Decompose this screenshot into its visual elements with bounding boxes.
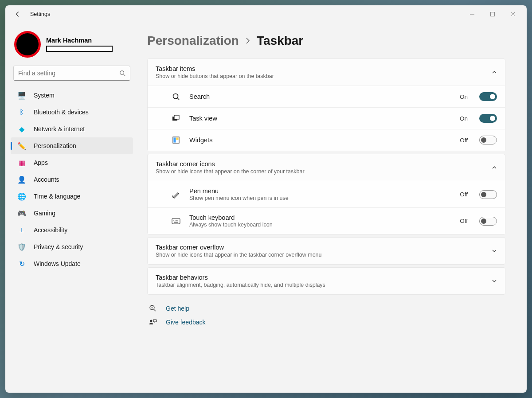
nav-label: Accessibility [34, 226, 67, 234]
section-subtitle: Show or hide icons that appear on the co… [156, 168, 492, 175]
profile-email-redacted [46, 46, 113, 52]
svg-point-1 [120, 71, 124, 75]
search-icon [172, 92, 180, 101]
row-subtitle: Show pen menu icon when pen is in use [189, 195, 451, 201]
nav-label: Time & language [34, 193, 80, 200]
widgets-icon [172, 136, 180, 144]
section-title: Taskbar items [156, 65, 492, 72]
toggle-task-view[interactable] [479, 114, 497, 123]
profile-block[interactable]: Mark Hachman [9, 27, 135, 66]
feedback-icon [149, 319, 157, 326]
section-subtitle: Taskbar alignment, badging, automaticall… [156, 282, 492, 288]
toggle-pen-menu[interactable] [479, 190, 497, 199]
search-box[interactable] [13, 66, 130, 81]
nav-label: Personalization [34, 142, 76, 149]
svg-point-12 [177, 220, 178, 221]
row-label: Pen menu [189, 187, 451, 195]
accounts-icon: 👤 [18, 176, 26, 183]
svg-rect-0 [491, 12, 495, 16]
section-subtitle: Show or hide icons that appear in the ta… [156, 252, 492, 258]
nav-label: Gaming [34, 210, 55, 217]
nav-item-privacy[interactable]: 🛡️Privacy & security [11, 238, 133, 255]
task-view-icon [172, 114, 180, 123]
nav-item-personalization[interactable]: ✏️Personalization [11, 137, 133, 154]
nav-label: Accounts [34, 176, 59, 183]
keyboard-icon [172, 217, 180, 226]
accessibility-icon: ⟂ [18, 226, 26, 234]
nav-item-system[interactable]: 🖥️System [11, 87, 133, 104]
section-header-overflow[interactable]: Taskbar corner overflow Show or hide ico… [148, 238, 505, 264]
section-corner-overflow: Taskbar corner overflow Show or hide ico… [147, 237, 505, 265]
toggle-touch-keyboard[interactable] [479, 217, 497, 226]
section-title: Taskbar corner overflow [156, 244, 492, 251]
breadcrumb-current: Taskbar [257, 34, 303, 48]
nav-label: Bluetooth & devices [34, 109, 89, 116]
chevron-up-icon [492, 165, 497, 170]
toggle-state: On [460, 94, 468, 100]
search-input[interactable] [18, 70, 119, 77]
gaming-icon: 🎮 [18, 209, 26, 217]
nav-label: Privacy & security [34, 243, 83, 250]
network-icon: ◆ [18, 125, 26, 133]
footer-links: ? Get help Give feedback [147, 304, 505, 326]
svg-point-10 [175, 220, 176, 221]
nav-label: Apps [34, 159, 48, 166]
nav-item-bluetooth[interactable]: ᛒBluetooth & devices [11, 104, 133, 121]
row-label: Search [189, 93, 451, 100]
row-label: Touch keyboard [189, 214, 451, 221]
row-search: Search On [148, 86, 505, 107]
pen-icon [172, 190, 180, 199]
chevron-up-icon [492, 70, 497, 75]
profile-name: Mark Hachman [46, 37, 113, 44]
nav-item-update[interactable]: ↻Windows Update [11, 255, 133, 272]
help-icon: ? [149, 304, 157, 312]
link-label: Give feedback [166, 319, 206, 326]
personalization-icon: ✏️ [18, 142, 26, 150]
toggle-state: Off [460, 137, 468, 144]
section-header-taskbar-items[interactable]: Taskbar items Show or hide buttons that … [148, 59, 505, 86]
close-button[interactable] [503, 7, 523, 21]
toggle-widgets[interactable] [479, 136, 497, 144]
row-widgets: Widgets Off [148, 129, 505, 151]
minimize-button[interactable] [462, 7, 482, 21]
svg-point-16 [150, 320, 153, 322]
maximize-button[interactable] [482, 7, 503, 21]
window-controls [462, 7, 523, 21]
svg-text:?: ? [151, 307, 153, 309]
row-label: Task view [189, 115, 451, 122]
nav-label: Network & internet [34, 125, 85, 133]
svg-rect-7 [176, 138, 179, 140]
nav-item-apps[interactable]: ▦Apps [11, 154, 133, 171]
row-subtitle: Always show touch keyboard icon [189, 222, 451, 228]
nav-label: System [34, 92, 55, 99]
window-title: Settings [30, 11, 50, 17]
nav-item-network[interactable]: ◆Network & internet [11, 121, 133, 137]
get-help-link[interactable]: ? Get help [149, 304, 505, 312]
search-icon [119, 70, 125, 76]
row-label: Widgets [189, 137, 451, 144]
breadcrumb: Personalization Taskbar [147, 34, 505, 48]
section-title: Taskbar corner icons [156, 160, 492, 168]
section-header-behaviors[interactable]: Taskbar behaviors Taskbar alignment, bad… [148, 268, 505, 294]
nav-item-accounts[interactable]: 👤Accounts [11, 171, 133, 188]
time-icon: 🌐 [18, 192, 26, 200]
back-button[interactable] [11, 7, 25, 21]
nav-item-accessibility[interactable]: ⟂Accessibility [11, 222, 133, 238]
toggle-state: Off [460, 218, 468, 224]
svg-rect-4 [174, 115, 179, 119]
toggle-state: Off [460, 191, 468, 198]
profile-text: Mark Hachman [46, 37, 113, 52]
toggle-state: On [460, 115, 468, 122]
link-label: Get help [166, 305, 189, 312]
nav-item-time[interactable]: 🌐Time & language [11, 188, 133, 205]
give-feedback-link[interactable]: Give feedback [149, 319, 505, 326]
svg-rect-17 [153, 320, 156, 322]
breadcrumb-parent[interactable]: Personalization [147, 34, 239, 48]
section-header-corner-icons[interactable]: Taskbar corner icons Show or hide icons … [148, 154, 505, 181]
svg-rect-13 [174, 222, 178, 222]
toggle-search[interactable] [479, 92, 497, 101]
nav-item-gaming[interactable]: 🎮Gaming [11, 205, 133, 222]
chevron-down-icon [492, 278, 497, 284]
svg-point-9 [173, 220, 174, 221]
avatar [14, 31, 41, 58]
